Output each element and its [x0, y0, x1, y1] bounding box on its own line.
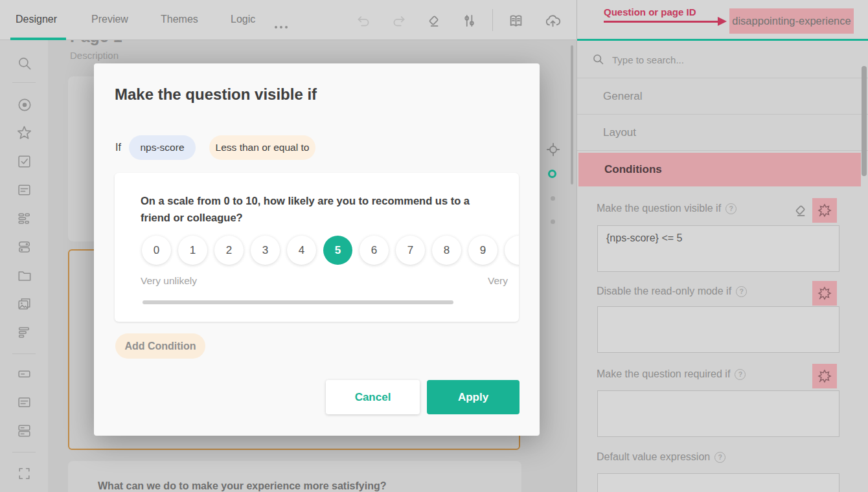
setup-expression-button[interactable]	[812, 281, 837, 306]
comment-icon	[16, 394, 32, 410]
default-value-expression-input[interactable]	[597, 473, 839, 492]
toolbox-item-file[interactable]	[16, 267, 33, 284]
visible-if-expression-input[interactable]: {nps-score} <= 5	[597, 225, 839, 272]
section-label: Layout	[603, 126, 636, 139]
multiple-text-icon	[16, 423, 32, 439]
folder-icon	[16, 267, 33, 284]
toolbox-item-panel[interactable]	[16, 465, 33, 482]
undo-button[interactable]	[354, 11, 373, 30]
toolbox-item-checkbox[interactable]	[16, 153, 33, 170]
magic-wand-icon	[817, 203, 832, 218]
image-picker-icon	[16, 296, 32, 312]
magic-wand-icon	[817, 285, 832, 301]
section-general[interactable]: General	[577, 78, 868, 115]
survey-settings-button[interactable]	[459, 11, 479, 30]
toolbox-item-rating[interactable]	[16, 124, 33, 142]
nps-option-4[interactable]: 4	[287, 236, 316, 265]
survey-creator-app: Page 1 Description What can we do to mak…	[0, 0, 868, 492]
toolbox-item-boolean[interactable]	[16, 238, 33, 256]
book-icon	[507, 12, 525, 30]
toolbox-item-comment[interactable]	[16, 394, 33, 411]
clear-expression-button[interactable]	[790, 200, 810, 221]
more-tabs-button[interactable]	[271, 17, 291, 37]
checkbox-icon	[16, 153, 32, 170]
undo-icon	[355, 12, 372, 29]
nps-option-3[interactable]: 3	[251, 236, 280, 265]
enable-if-expression-input[interactable]	[597, 306, 839, 353]
tab-themes[interactable]: Themes	[161, 14, 198, 25]
search-icon	[16, 55, 33, 72]
toolbox-item-radiogroup[interactable]	[16, 96, 33, 113]
open-manual-button[interactable]	[506, 11, 525, 30]
nps-option-5-selected[interactable]: 5	[323, 236, 352, 265]
preview-horizontal-scrollbar[interactable]	[143, 300, 453, 304]
section-layout[interactable]: Layout	[577, 115, 868, 151]
settings-sliders-icon	[461, 12, 477, 29]
nps-option-8[interactable]: 8	[432, 236, 461, 265]
canvas-scrollbar-thumb[interactable]	[571, 45, 573, 184]
clear-survey-button[interactable]	[424, 11, 443, 30]
eraser-icon	[792, 202, 808, 219]
nps-option-clipped[interactable]	[505, 236, 519, 265]
text-input-icon	[16, 366, 32, 382]
setup-expression-button[interactable]	[812, 364, 837, 388]
panel-scrollbar-thumb[interactable]	[862, 66, 867, 176]
annotation-arrow-line	[604, 21, 719, 23]
toolbox-divider	[12, 452, 36, 453]
top-toolbar: Designer Preview Themes Logic	[0, 0, 577, 40]
toolbox-item-dropdown[interactable]	[16, 181, 33, 199]
annotation-label: Question or page ID	[604, 6, 696, 17]
question-card-comment[interactable]: What can we do to make your experience m…	[68, 461, 521, 492]
prop-label-text: Disable the read-only mode if	[597, 285, 731, 297]
setup-expression-button[interactable]	[812, 198, 837, 223]
page-indicator-dot[interactable]	[551, 196, 555, 201]
radiogroup-icon	[16, 96, 33, 113]
nps-option-2[interactable]: 2	[214, 236, 244, 265]
redo-button[interactable]	[389, 11, 409, 30]
toolbox-item-multiple-text[interactable]	[16, 422, 33, 440]
required-if-expression-input[interactable]	[597, 390, 839, 437]
help-icon[interactable]	[735, 369, 746, 380]
prop-label-required-if: Make the question required if	[597, 368, 746, 380]
cancel-button[interactable]: Cancel	[326, 380, 420, 414]
magic-wand-icon	[817, 368, 832, 384]
toolbar-separator	[492, 9, 493, 31]
tab-logic[interactable]: Logic	[231, 14, 255, 25]
help-icon[interactable]	[725, 203, 737, 214]
if-label: If	[115, 142, 121, 153]
toolbox-search-button[interactable]	[16, 54, 33, 72]
toolbox-item-image-picker[interactable]	[16, 295, 33, 313]
page-indicator-current[interactable]	[548, 170, 556, 178]
nps-option-9[interactable]: 9	[468, 236, 497, 265]
prop-label-visible-if: Make the question visible if	[597, 203, 737, 214]
dropdown-icon	[16, 182, 32, 198]
publish-button[interactable]	[543, 11, 562, 30]
operator-selector-pill[interactable]: Less than or equal to	[209, 135, 315, 160]
tab-designer[interactable]: Designer	[16, 14, 57, 25]
section-conditions[interactable]: Conditions	[578, 153, 861, 186]
section-label: Conditions	[604, 163, 662, 176]
nps-option-0[interactable]: 0	[142, 236, 171, 265]
nps-option-6[interactable]: 6	[360, 236, 389, 265]
page-navigator-button[interactable]	[544, 140, 562, 158]
page-description[interactable]: Description	[70, 50, 119, 61]
apply-button[interactable]: Apply	[427, 380, 520, 414]
add-condition-button[interactable]: Add Condition	[115, 333, 205, 359]
toolbox-item-matrix[interactable]	[16, 210, 33, 227]
star-icon	[16, 124, 33, 142]
nps-option-7[interactable]: 7	[396, 236, 425, 265]
question-title: What can we do to make your experience m…	[98, 480, 386, 492]
tab-preview[interactable]: Preview	[91, 14, 128, 25]
property-search-input[interactable]	[611, 50, 844, 69]
nps-scale: 0 1 2 3 4 5 6 7 8 9	[142, 236, 519, 265]
help-icon[interactable]	[714, 452, 725, 463]
matrix-icon	[16, 210, 32, 227]
page-indicator-dot[interactable]	[551, 219, 555, 224]
nps-option-1[interactable]: 1	[178, 236, 207, 265]
help-icon[interactable]	[736, 286, 747, 297]
toolbox-item-ranking[interactable]	[16, 324, 33, 341]
question-selector-pill[interactable]: nps-score	[129, 135, 196, 160]
question-preview-card: On a scale from 0 to 10, how likely are …	[115, 173, 519, 322]
cloud-upload-icon	[544, 12, 562, 30]
toolbox-item-single-line-input[interactable]	[16, 365, 33, 383]
